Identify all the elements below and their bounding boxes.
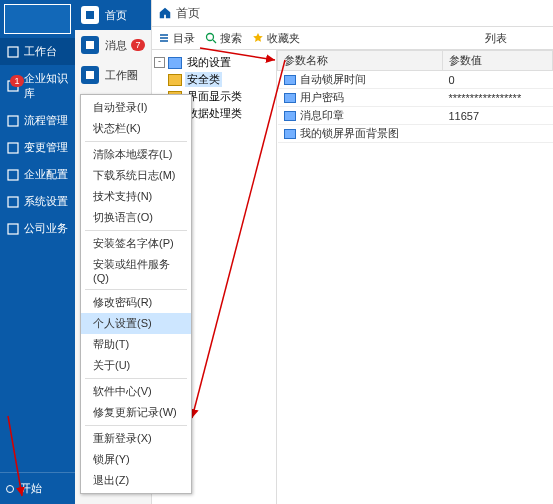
- svg-rect-0: [8, 47, 18, 57]
- context-menu-item[interactable]: 安装签名字体(P): [81, 233, 191, 254]
- start-label: 开始: [20, 481, 42, 496]
- home-icon: [158, 6, 172, 20]
- tab-title: 首页: [176, 5, 200, 22]
- context-menu-item[interactable]: 个人设置(S): [81, 313, 191, 334]
- context-menu-item[interactable]: 状态栏(K): [81, 118, 191, 139]
- tree-root[interactable]: -我的设置: [154, 54, 274, 71]
- context-menu-item[interactable]: 锁屏(Y): [81, 449, 191, 470]
- nav-plus[interactable]: 公司业务: [0, 215, 75, 242]
- toolbar-search[interactable]: 搜索: [205, 31, 242, 46]
- star-icon: [252, 32, 264, 44]
- svg-rect-2: [8, 116, 18, 126]
- nav-gear[interactable]: 系统设置: [0, 188, 75, 215]
- svg-rect-5: [8, 197, 18, 207]
- grid-header-value[interactable]: 参数值: [442, 51, 552, 71]
- config-icon: [6, 168, 20, 182]
- app-logo: [4, 4, 71, 34]
- context-menu-item[interactable]: 修复更新记录(W): [81, 402, 191, 423]
- grid-row[interactable]: 用户密码*****************: [278, 89, 553, 107]
- menu-icon: [81, 36, 99, 54]
- svg-rect-7: [86, 11, 94, 19]
- search-icon: [205, 32, 217, 44]
- context-menu: 自动登录(I)状态栏(K)清除本地缓存(L)下载系统日志(M)技术支持(N)切换…: [80, 94, 192, 494]
- svg-rect-4: [8, 170, 18, 180]
- svg-point-17: [207, 34, 214, 41]
- context-menu-item[interactable]: 帮助(T): [81, 334, 191, 355]
- context-menu-item[interactable]: 切换语言(O): [81, 207, 191, 228]
- grid-row[interactable]: 自动锁屏时间0: [278, 71, 553, 89]
- svg-rect-6: [8, 224, 18, 234]
- nav-book[interactable]: 1企业知识库: [0, 65, 75, 107]
- menu-item[interactable]: 消息7: [75, 30, 151, 60]
- context-menu-item[interactable]: 修改密码(R): [81, 292, 191, 313]
- nav-change[interactable]: 变更管理: [0, 134, 75, 161]
- context-menu-item[interactable]: 退出(Z): [81, 470, 191, 491]
- context-menu-item[interactable]: 下载系统日志(M): [81, 165, 191, 186]
- start-button[interactable]: 开始: [0, 472, 75, 504]
- menu-item[interactable]: 首页: [75, 0, 151, 30]
- context-menu-item[interactable]: 清除本地缓存(L): [81, 144, 191, 165]
- toolbar-favorite[interactable]: 收藏夹: [252, 31, 300, 46]
- svg-rect-9: [86, 71, 94, 79]
- folder-icon: [6, 45, 20, 59]
- list-icon: [158, 32, 170, 44]
- row-icon: [284, 93, 296, 103]
- context-menu-item[interactable]: 软件中心(V): [81, 381, 191, 402]
- tab-bar: 首页: [152, 0, 553, 27]
- context-menu-item[interactable]: 关于(U): [81, 355, 191, 376]
- svg-rect-8: [86, 41, 94, 49]
- context-menu-item[interactable]: 自动登录(I): [81, 97, 191, 118]
- grid-pane: 参数名称 参数值 自动锁屏时间0用户密码*****************消息印…: [277, 50, 553, 504]
- context-menu-item[interactable]: 安装或组件服务(Q): [81, 254, 191, 287]
- start-icon: [6, 485, 14, 493]
- nav-config[interactable]: 企业配置: [0, 161, 75, 188]
- plus-icon: [6, 222, 20, 236]
- nav-flow[interactable]: 流程管理: [0, 107, 75, 134]
- menu-icon: [81, 6, 99, 24]
- menu-item[interactable]: 工作圈: [75, 60, 151, 90]
- context-menu-item[interactable]: 技术支持(N): [81, 186, 191, 207]
- book-icon: 1: [6, 79, 20, 93]
- grid-row[interactable]: 消息印章11657: [278, 107, 553, 125]
- gear-icon: [6, 195, 20, 209]
- change-icon: [6, 141, 20, 155]
- row-icon: [284, 75, 296, 85]
- grid-header-name[interactable]: 参数名称: [278, 51, 443, 71]
- nav-folder[interactable]: 工作台: [0, 38, 75, 65]
- grid-row[interactable]: 我的锁屏界面背景图: [278, 125, 553, 143]
- tree-node[interactable]: 安全类: [154, 71, 274, 88]
- row-icon: [284, 111, 296, 121]
- svg-rect-3: [8, 143, 18, 153]
- row-icon: [284, 129, 296, 139]
- menu-icon: [81, 66, 99, 84]
- flow-icon: [6, 114, 20, 128]
- context-menu-item[interactable]: 重新登录(X): [81, 428, 191, 449]
- toolbar-catalog[interactable]: 目录: [158, 31, 195, 46]
- toolbar-list[interactable]: 列表: [485, 31, 507, 46]
